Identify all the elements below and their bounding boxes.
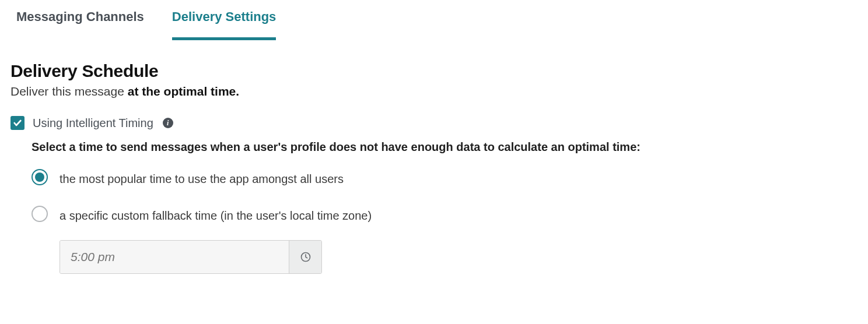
radio-popular-time[interactable]	[32, 169, 48, 185]
subheading-bold: at the optimal time.	[128, 84, 239, 98]
radio-row-custom: a specific custom fallback time (in the …	[32, 206, 858, 226]
radio-row-popular: the most popular time to use the app amo…	[32, 169, 858, 189]
tab-delivery-settings[interactable]: Delivery Settings	[172, 9, 276, 40]
radio-custom-time[interactable]	[32, 206, 48, 222]
radio-popular-label: the most popular time to use the app amo…	[60, 169, 344, 189]
fallback-time-input	[60, 240, 322, 274]
section-subheading: Deliver this message at the optimal time…	[10, 84, 858, 98]
tabs-bar: Messaging Channels Delivery Settings	[0, 0, 868, 40]
time-picker-button[interactable]	[289, 241, 321, 273]
intelligent-timing-row: Using Intelligent Timing i	[10, 116, 858, 130]
radio-custom-label: a specific custom fallback time (in the …	[60, 206, 372, 226]
intelligent-timing-label: Using Intelligent Timing	[33, 117, 153, 130]
time-input-wrap	[60, 240, 858, 274]
clock-icon	[300, 251, 312, 263]
subheading-prefix: Deliver this message	[10, 84, 128, 98]
info-icon[interactable]: i	[163, 118, 173, 128]
content-area: Delivery Schedule Deliver this message a…	[0, 40, 868, 274]
fallback-time-field[interactable]	[60, 241, 289, 273]
fallback-prompt: Select a time to send messages when a us…	[32, 140, 858, 154]
check-icon	[13, 118, 22, 128]
tab-label: Messaging Channels	[16, 9, 144, 24]
tab-messaging-channels[interactable]: Messaging Channels	[16, 9, 144, 40]
tab-label: Delivery Settings	[172, 9, 276, 24]
intelligent-timing-checkbox[interactable]	[10, 116, 24, 130]
section-heading: Delivery Schedule	[10, 61, 858, 81]
fallback-radio-group: the most popular time to use the app amo…	[32, 169, 858, 226]
